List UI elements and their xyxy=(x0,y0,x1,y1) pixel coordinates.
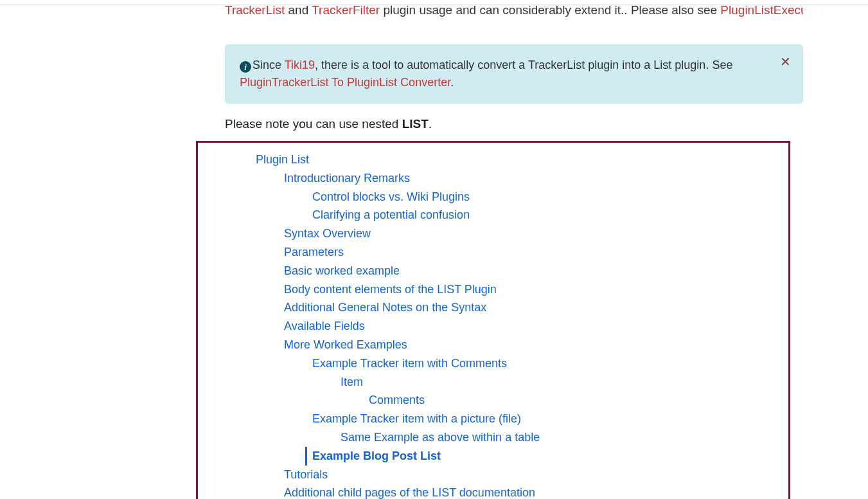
nested-list-note: Please note you can use nested LIST. xyxy=(225,115,803,134)
toc-example-comments[interactable]: Example Tracker item with Comments xyxy=(312,357,507,370)
toc-example-picture[interactable]: Example Tracker item with a picture (fil… xyxy=(312,412,521,425)
note-after: . xyxy=(429,117,432,131)
note-bold: LIST xyxy=(402,117,429,131)
toc-tutorials[interactable]: Tutorials xyxy=(284,468,328,481)
toc-additional-child-pages[interactable]: Additional child pages of the LIST docum… xyxy=(284,486,535,499)
toc-basic-example[interactable]: Basic worked example xyxy=(284,264,400,277)
toc-plugin-list[interactable]: Plugin List xyxy=(256,153,309,166)
toc-example-item[interactable]: Item xyxy=(341,376,363,388)
toc-example-comments-sub[interactable]: Comments xyxy=(369,394,425,406)
link-trackerlist[interactable]: TrackerList xyxy=(225,3,285,17)
link-pluginlistexecute[interactable]: PluginListExecute xyxy=(720,3,803,17)
toc-clarifying[interactable]: Clarifying a potential confusion xyxy=(312,208,470,221)
table-of-contents: Plugin List Introductionary Remarks Cont… xyxy=(196,141,790,499)
link-tiki19[interactable]: Tiki19 xyxy=(285,59,315,71)
close-icon[interactable]: ✕ xyxy=(780,55,791,68)
toc-example-same-table[interactable]: Same Example as above within a table xyxy=(341,431,540,444)
toc-additional-syntax-notes[interactable]: Additional General Notes on the Syntax xyxy=(284,301,486,314)
toc-more-examples[interactable]: More Worked Examples xyxy=(284,338,407,351)
info-icon: i xyxy=(240,61,251,73)
truncated-intro-line: TrackerList and TrackerFilter plugin usa… xyxy=(225,1,803,20)
toc-intro-remarks[interactable]: Introductionary Remarks xyxy=(284,172,410,185)
toc-parameters[interactable]: Parameters xyxy=(284,246,344,259)
toc-available-fields[interactable]: Available Fields xyxy=(284,320,365,332)
toc-syntax-overview[interactable]: Syntax Overview xyxy=(284,227,371,240)
toc-example-blog-current[interactable]: Example Blog Post List xyxy=(305,447,441,466)
link-converter[interactable]: PluginTrackerList To PluginList Converte… xyxy=(240,76,450,89)
note-before: Please note you can use nested xyxy=(225,117,402,131)
alert-end: . xyxy=(450,76,454,89)
alert-after: , there is a tool to automatically conve… xyxy=(315,59,732,71)
toc-body-elements[interactable]: Body content elements of the LIST Plugin xyxy=(284,283,497,296)
info-alert: ✕ iSince Tiki19, there is a tool to auto… xyxy=(225,44,803,104)
alert-since: Since xyxy=(252,59,285,71)
text-and: and xyxy=(285,3,312,17)
link-trackerfilter[interactable]: TrackerFilter xyxy=(312,3,380,17)
text-tail: plugin usage and can considerably extend… xyxy=(380,3,720,17)
toc-control-vs-wiki[interactable]: Control blocks vs. Wiki Plugins xyxy=(312,190,470,203)
